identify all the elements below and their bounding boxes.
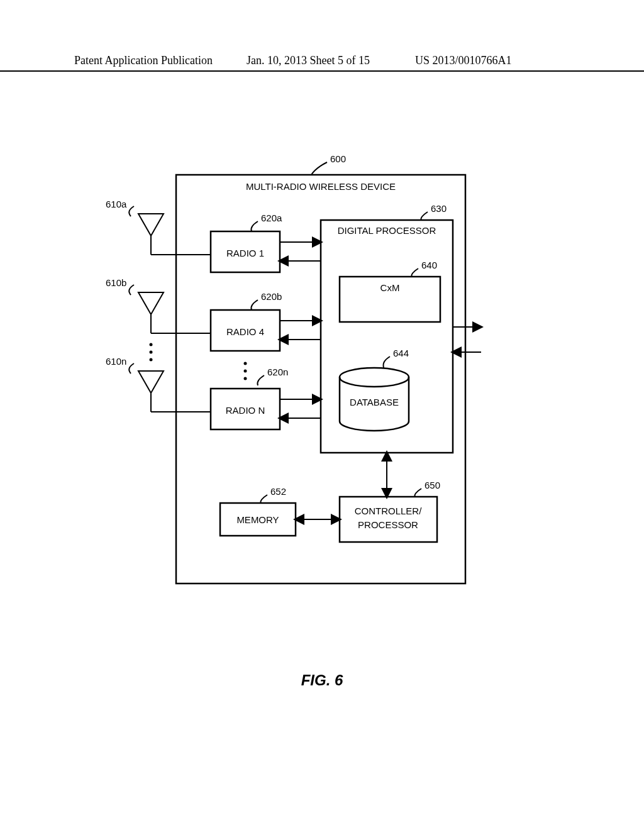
ref-630: 630 bbox=[431, 203, 447, 214]
ref-600: 600 bbox=[330, 153, 346, 164]
ref-650: 650 bbox=[425, 480, 440, 490]
page-header: Patent Application Publication Jan. 10, … bbox=[0, 54, 644, 67]
digital-processor-label: DIGITAL PROCESSOR bbox=[338, 225, 436, 236]
ref-610a: 610a bbox=[106, 199, 127, 209]
ref-610b: 610b bbox=[106, 277, 126, 288]
ref-640: 640 bbox=[421, 260, 437, 270]
header-center: Jan. 10, 2013 Sheet 5 of 15 bbox=[247, 54, 370, 67]
header-rule bbox=[0, 70, 644, 72]
svg-point-4 bbox=[150, 358, 153, 362]
svg-point-9 bbox=[340, 368, 409, 387]
antenna-n: 610n bbox=[106, 356, 164, 412]
radio-n-label: RADIO N bbox=[226, 405, 265, 416]
svg-point-8 bbox=[244, 377, 247, 380]
header-right: US 2013/0010766A1 bbox=[415, 54, 512, 67]
ref-620a: 620a bbox=[261, 213, 282, 223]
antenna-ellipsis bbox=[150, 343, 153, 362]
svg-point-6 bbox=[244, 362, 247, 365]
svg-point-7 bbox=[244, 370, 247, 373]
radio-1-label: RADIO 1 bbox=[226, 248, 264, 258]
database-icon: DATABASE bbox=[340, 368, 409, 431]
database-label: DATABASE bbox=[350, 397, 399, 407]
device-title: MULTI-RADIO WIRELESS DEVICE bbox=[246, 181, 396, 192]
ref-610n: 610n bbox=[106, 356, 126, 367]
memory-label: MEMORY bbox=[236, 514, 279, 525]
digital-processor-box bbox=[321, 220, 453, 453]
svg-point-3 bbox=[150, 351, 153, 354]
ref-652: 652 bbox=[270, 486, 286, 497]
figure-6-diagram: MULTI-RADIO WIRELESS DEVICE 600 610a 610… bbox=[101, 145, 541, 648]
ref-644: 644 bbox=[393, 348, 409, 358]
figure-caption: FIG. 6 bbox=[0, 672, 644, 689]
radio-ellipsis bbox=[244, 362, 247, 380]
svg-point-2 bbox=[150, 343, 153, 346]
ref-620b: 620b bbox=[261, 291, 282, 302]
patent-figure-page: Patent Application Publication Jan. 10, … bbox=[0, 0, 644, 830]
radio-4-label: RADIO 4 bbox=[226, 326, 264, 337]
controller-line2: PROCESSOR bbox=[358, 519, 418, 530]
antenna-a: 610a bbox=[106, 199, 164, 255]
antenna-b: 610b bbox=[106, 277, 164, 333]
header-left: Patent Application Publication bbox=[74, 54, 213, 67]
controller-line1: CONTROLLER/ bbox=[355, 506, 423, 516]
cxm-label: CxM bbox=[380, 282, 400, 293]
ref-620n: 620n bbox=[267, 367, 288, 377]
